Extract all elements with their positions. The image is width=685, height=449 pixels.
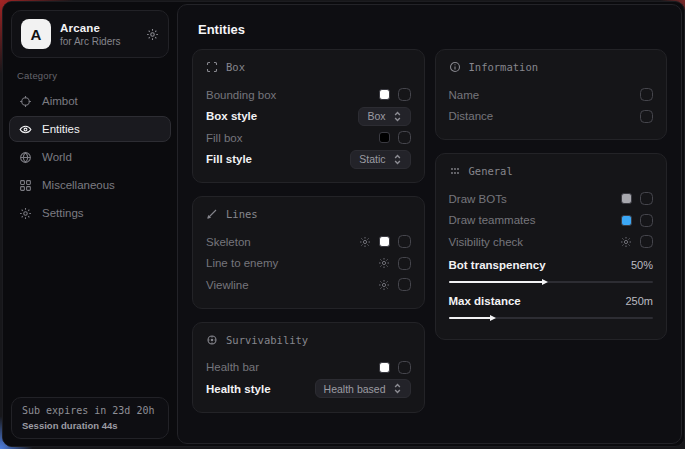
line-to-enemy-checkbox[interactable] xyxy=(398,257,411,270)
general-section-header: General xyxy=(449,165,654,177)
subscription-card: Sub expires in 23d 20h Session duration … xyxy=(11,397,169,439)
section-title: Survivability xyxy=(226,334,308,346)
entities-eye-icon xyxy=(19,123,32,136)
chevron-up-down-icon xyxy=(393,383,402,394)
category-label: Category xyxy=(17,70,163,81)
bot-transparency-value: 50% xyxy=(631,259,653,271)
section-title: Box xyxy=(226,61,245,73)
line-to-enemy-settings-gear-icon[interactable] xyxy=(378,257,390,269)
bounding-box-checkbox[interactable] xyxy=(398,88,411,101)
gear-icon xyxy=(19,207,32,220)
chevron-up-down-icon xyxy=(393,111,402,122)
viewline-checkbox[interactable] xyxy=(398,278,411,291)
dropdown-value: Health based xyxy=(324,383,386,395)
sidebar-item-label: Entities xyxy=(42,123,80,135)
sidebar-item-label: Settings xyxy=(42,207,84,219)
right-column: Information Name Distance xyxy=(435,49,668,353)
dropdown-value: Static xyxy=(359,153,385,165)
bounding-box-color-swatch[interactable] xyxy=(379,89,390,100)
bot-transparency-group: Bot transpenency 50% xyxy=(449,255,654,283)
layout-grid-icon xyxy=(19,179,32,192)
health-bar-checkbox[interactable] xyxy=(398,361,411,374)
fill-style-dropdown[interactable]: Static xyxy=(350,150,410,169)
fill-box-color-swatch[interactable] xyxy=(379,132,390,143)
skeleton-color-swatch[interactable] xyxy=(379,236,390,247)
setting-label: Box style xyxy=(206,110,358,122)
max-distance-group: Max distance 250m xyxy=(449,291,654,319)
max-distance-value: 250m xyxy=(625,295,653,307)
setting-label: Fill box xyxy=(206,132,379,144)
sidebar-item-miscellaneous[interactable]: Miscellaneous xyxy=(9,172,171,198)
setting-label: Health style xyxy=(206,383,315,395)
page-title: Entities xyxy=(178,5,681,43)
brand-text: Arcane for Arc Riders xyxy=(60,22,137,47)
pencil-line-icon xyxy=(206,208,218,220)
fill-box-checkbox[interactable] xyxy=(398,131,411,144)
app-subtitle: for Arc Riders xyxy=(60,36,137,47)
section-title: General xyxy=(469,165,513,177)
setting-label: Draw BOTs xyxy=(449,193,622,205)
box-section-header: Box xyxy=(206,61,411,73)
setting-label: Bounding box xyxy=(206,89,379,101)
survivability-section-header: Survivability xyxy=(206,334,411,346)
sidebar-item-label: Miscellaneous xyxy=(42,179,115,191)
setting-label: Max distance xyxy=(449,295,626,307)
health-style-dropdown[interactable]: Health based xyxy=(315,379,411,398)
survivability-section: Survivability Health bar Health style xyxy=(192,322,425,413)
lines-section: Lines Skeleton Line to enemy xyxy=(192,196,425,309)
survivability-radar-icon xyxy=(206,334,218,346)
chevron-up-down-icon xyxy=(393,154,402,165)
sidebar-item-label: World xyxy=(42,151,72,163)
setting-label: Name xyxy=(449,89,641,101)
information-icon xyxy=(449,61,461,73)
content: Box Bounding box Box style Box xyxy=(178,43,681,426)
setting-label: Visibility check xyxy=(449,236,621,248)
sidebar-item-settings[interactable]: Settings xyxy=(9,200,171,226)
viewline-settings-gear-icon[interactable] xyxy=(378,279,390,291)
setting-row: Distance xyxy=(449,106,654,128)
section-title: Information xyxy=(469,61,539,73)
sidebar-item-entities[interactable]: Entities xyxy=(9,116,171,142)
information-section: Information Name Distance xyxy=(435,49,668,140)
distance-checkbox[interactable] xyxy=(640,110,653,123)
draw-teammates-checkbox[interactable] xyxy=(640,214,653,227)
sidebar-item-world[interactable]: World xyxy=(9,144,171,170)
sidebar-item-aimbot[interactable]: Aimbot xyxy=(9,88,171,114)
gear-icon[interactable] xyxy=(146,28,159,41)
draw-bots-color-swatch[interactable] xyxy=(621,193,632,204)
sidebar: A Arcane for Arc Riders Category Aimbot xyxy=(3,2,177,446)
name-checkbox[interactable] xyxy=(640,88,653,101)
box-section: Box Bounding box Box style Box xyxy=(192,49,425,183)
main-panel: Entities Box Bounding box xyxy=(177,4,682,444)
sub-expires-text: Sub expires in 23d 20h xyxy=(22,405,158,416)
bot-transparency-slider[interactable] xyxy=(449,281,654,283)
health-bar-color-swatch[interactable] xyxy=(379,362,390,373)
general-dots-grid-icon xyxy=(449,165,461,177)
lines-section-header: Lines xyxy=(206,208,411,220)
skeleton-checkbox[interactable] xyxy=(398,235,411,248)
slider-fill[interactable] xyxy=(449,317,492,319)
setting-row: Fill style Static xyxy=(206,149,411,171)
dropdown-value: Box xyxy=(367,110,385,122)
skeleton-settings-gear-icon[interactable] xyxy=(359,236,371,248)
draw-bots-checkbox[interactable] xyxy=(640,192,653,205)
visibility-check-checkbox[interactable] xyxy=(640,235,653,248)
section-title: Lines xyxy=(226,208,258,220)
left-column: Box Bounding box Box style Box xyxy=(192,49,425,426)
slider-fill[interactable] xyxy=(449,281,543,283)
crosshair-icon xyxy=(19,95,32,108)
setting-row: Visibility check xyxy=(449,231,654,253)
box-style-dropdown[interactable]: Box xyxy=(358,107,410,126)
information-section-header: Information xyxy=(449,61,654,73)
setting-label: Distance xyxy=(449,110,641,122)
setting-label: Draw teammates xyxy=(449,214,622,226)
app-name: Arcane xyxy=(60,22,137,34)
draw-teammates-color-swatch[interactable] xyxy=(621,215,632,226)
setting-label: Viewline xyxy=(206,279,378,291)
setting-row: Draw teammates xyxy=(449,210,654,232)
max-distance-slider[interactable] xyxy=(449,317,654,319)
visibility-check-settings-gear-icon[interactable] xyxy=(620,236,632,248)
setting-row: Health bar xyxy=(206,357,411,379)
app-window: A Arcane for Arc Riders Category Aimbot xyxy=(2,1,685,447)
setting-label: Health bar xyxy=(206,361,379,373)
